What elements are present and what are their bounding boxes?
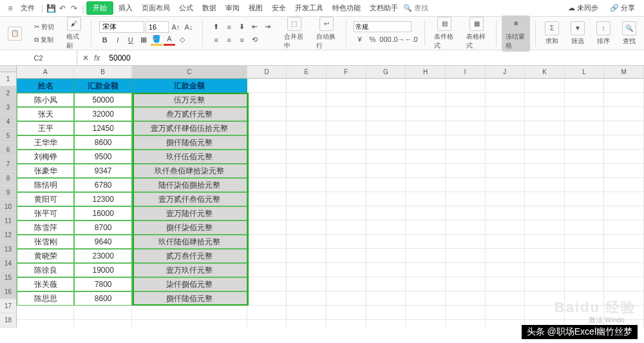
cell-G13[interactable] xyxy=(366,249,406,263)
row-header-5[interactable]: 5 xyxy=(0,129,17,143)
cell-J3[interactable] xyxy=(486,107,526,121)
cell-H5[interactable] xyxy=(406,135,446,150)
menu-dev[interactable]: 开发工具 xyxy=(291,1,327,15)
cell-L10[interactable] xyxy=(565,206,605,220)
col-header-I[interactable]: I xyxy=(446,66,486,79)
cell-D3[interactable] xyxy=(247,107,287,121)
cell-A11[interactable]: 陈雪萍 xyxy=(17,220,74,235)
cell-style-button[interactable]: ▦表格样式 xyxy=(462,15,491,52)
row-header-2[interactable]: 2 xyxy=(0,86,17,101)
cell-J10[interactable] xyxy=(486,206,526,220)
clear-format-button[interactable]: ◇ xyxy=(176,34,188,46)
cell-D15[interactable] xyxy=(247,277,287,291)
cell-B3[interactable]: 32000 xyxy=(74,107,131,121)
sync-status[interactable]: ☁ 未同步 xyxy=(564,1,602,15)
cell-M2[interactable] xyxy=(604,93,644,107)
cell-L13[interactable] xyxy=(565,249,605,263)
row-header-10[interactable]: 10 xyxy=(0,200,17,214)
cell-A14[interactable]: 陈徐良 xyxy=(17,263,74,277)
cell-M3[interactable] xyxy=(604,107,644,121)
cell-K13[interactable] xyxy=(525,249,565,263)
cell-H13[interactable] xyxy=(406,249,446,263)
cell-E7[interactable] xyxy=(287,164,327,178)
cell-K9[interactable] xyxy=(525,192,565,206)
cell-G7[interactable] xyxy=(366,164,406,178)
filter-button[interactable]: ▼筛选 xyxy=(567,20,589,47)
cell-C11[interactable]: 捌仟柒佰元整 xyxy=(132,220,247,235)
cell-K8[interactable] xyxy=(525,178,565,192)
menu-layout[interactable]: 页面布局 xyxy=(138,1,174,15)
cell-G8[interactable] xyxy=(366,178,406,192)
cell-A15[interactable]: 张关薇 xyxy=(17,277,74,291)
col-header-B[interactable]: B xyxy=(74,66,131,79)
cell-I5[interactable] xyxy=(446,135,486,150)
italic-button[interactable]: I xyxy=(112,34,124,46)
cell-I7[interactable] xyxy=(446,164,486,178)
cell-C5[interactable]: 捌仟陆佰元整 xyxy=(132,135,247,150)
cell-A13[interactable]: 黄晓荣 xyxy=(17,249,74,263)
cell-H3[interactable] xyxy=(406,107,446,121)
row-header-9[interactable]: 9 xyxy=(0,186,17,200)
cell-C8[interactable]: 陆仟柒佰捌拾元整 xyxy=(132,178,247,192)
cell-F9[interactable] xyxy=(327,192,366,206)
cell-K1[interactable] xyxy=(525,79,565,93)
cell-D5[interactable] xyxy=(247,135,287,150)
col-header-A[interactable]: A xyxy=(17,66,74,79)
cell-F15[interactable] xyxy=(327,277,366,291)
menu-formula[interactable]: 公式 xyxy=(175,1,197,15)
cell-M6[interactable] xyxy=(604,150,644,164)
cell-B1[interactable]: 汇款金额 xyxy=(74,79,131,93)
cell-M14[interactable] xyxy=(604,263,644,277)
cell-A10[interactable]: 张平可 xyxy=(17,206,74,220)
redo-icon[interactable]: ↷ xyxy=(69,3,79,14)
cell-B10[interactable]: 16000 xyxy=(74,206,131,220)
cell-F2[interactable] xyxy=(327,93,366,107)
cell-H8[interactable] xyxy=(406,178,446,192)
cell-J12[interactable] xyxy=(486,235,526,249)
cell-K10[interactable] xyxy=(525,206,565,220)
cell-C15[interactable]: 柒仟捌佰元整 xyxy=(132,277,247,291)
cell-D1[interactable] xyxy=(247,79,287,93)
cell-L1[interactable] xyxy=(565,79,605,93)
cell-I17[interactable] xyxy=(446,306,486,320)
cell-M13[interactable] xyxy=(604,249,644,263)
cell-A2[interactable]: 陈小凤 xyxy=(17,93,74,107)
cell-C16[interactable]: 捌仟陆佰元整 xyxy=(132,291,247,306)
cell-E13[interactable] xyxy=(287,249,327,263)
cell-E17[interactable] xyxy=(287,306,327,320)
cell-F1[interactable] xyxy=(327,79,366,93)
cell-B6[interactable]: 9500 xyxy=(74,150,131,164)
cell-K11[interactable] xyxy=(525,220,565,235)
row-header-17[interactable]: 17 xyxy=(0,299,17,313)
bold-button[interactable]: B xyxy=(99,34,111,46)
cell-L3[interactable] xyxy=(565,107,605,121)
cell-A9[interactable]: 黄阳可 xyxy=(17,192,74,206)
cell-I9[interactable] xyxy=(446,192,486,206)
cell-G18[interactable] xyxy=(366,320,406,328)
menu-review[interactable]: 审阅 xyxy=(222,1,243,15)
cell-G1[interactable] xyxy=(366,79,406,93)
row-header-15[interactable]: 15 xyxy=(0,271,17,285)
freeze-button[interactable]: ❄冻结窗格 xyxy=(502,15,530,52)
cell-D4[interactable] xyxy=(247,121,287,135)
cell-H15[interactable] xyxy=(406,277,446,291)
cell-D9[interactable] xyxy=(247,192,287,206)
cell-B4[interactable]: 12450 xyxy=(74,121,131,135)
cell-B7[interactable]: 9347 xyxy=(74,164,131,178)
cell-F7[interactable] xyxy=(327,164,366,178)
cell-K2[interactable] xyxy=(525,93,565,107)
cell-K3[interactable] xyxy=(525,107,565,121)
cell-B5[interactable]: 8600 xyxy=(74,135,131,150)
cell-G4[interactable] xyxy=(366,121,406,135)
cell-E1[interactable] xyxy=(287,79,327,93)
font-size-select[interactable] xyxy=(146,21,169,33)
cell-J15[interactable] xyxy=(486,277,526,291)
cell-D2[interactable] xyxy=(247,93,287,107)
col-header-M[interactable]: M xyxy=(604,66,644,79)
share-button[interactable]: 🔗 分享 xyxy=(606,1,639,15)
indent-inc-icon[interactable]: ⇥ xyxy=(262,21,274,33)
paste-button[interactable]: 📋 xyxy=(4,25,26,42)
wrap-button[interactable]: ↩自动换行 xyxy=(312,15,341,52)
cell-H14[interactable] xyxy=(406,263,446,277)
orientation-icon[interactable]: ⟲ xyxy=(249,34,261,46)
